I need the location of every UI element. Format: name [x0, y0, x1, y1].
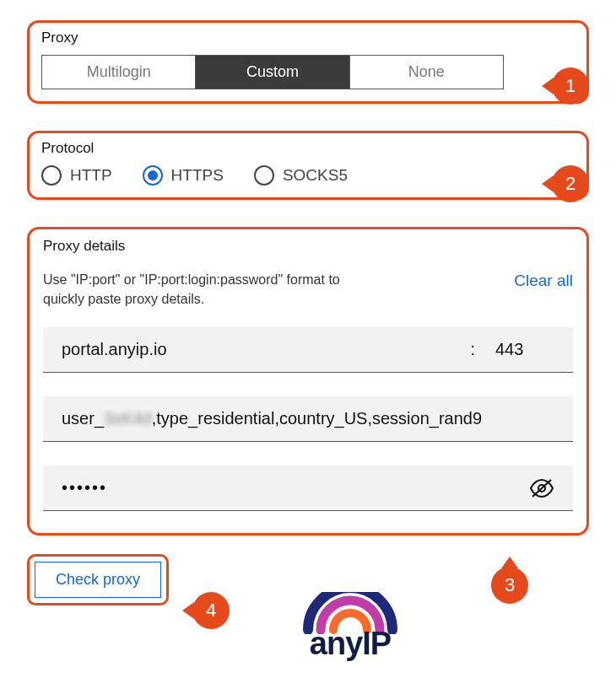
protocol-radio-http[interactable]: HTTP [41, 165, 112, 186]
protocol-option-label: HTTPS [171, 166, 224, 185]
radio-icon [143, 165, 163, 186]
host-value: portal.anyip.io [62, 340, 450, 359]
port-value: 443 [495, 340, 554, 359]
annotation-badge-1: 1 [552, 67, 589, 105]
username-suffix: ,type_residential,country_US,session_ran… [152, 409, 482, 428]
proxy-segmented-control: Multilogin Custom None [41, 55, 504, 89]
protocol-radio-socks5[interactable]: SOCKS5 [254, 165, 348, 186]
anyip-logo: anyIP [291, 592, 409, 662]
check-proxy-button[interactable]: Check proxy [35, 562, 161, 598]
password-field[interactable]: •••••• [43, 465, 573, 511]
clear-all-link[interactable]: Clear all [514, 270, 573, 290]
proxy-details-label: Proxy details [43, 238, 573, 255]
proxy-details-section: Proxy details Use "IP:port" or "IP:port:… [27, 227, 589, 535]
proxy-details-helper: Use "IP:port" or "IP:port:login:password… [43, 270, 376, 309]
protocol-option-label: HTTP [70, 166, 112, 185]
annotation-badge-3: 3 [491, 567, 528, 604]
username-censored: 3xK4d [104, 409, 152, 428]
proxy-tab-multilogin[interactable]: Multilogin [42, 56, 195, 89]
protocol-section: Protocol HTTP HTTPS SOCKS5 [27, 131, 589, 200]
check-proxy-wrapper: Check proxy [27, 554, 169, 605]
protocol-radio-https[interactable]: HTTPS [143, 165, 224, 186]
radio-icon [254, 165, 274, 186]
proxy-tab-none[interactable]: None [349, 56, 503, 89]
protocol-radio-group: HTTP HTTPS SOCKS5 [41, 165, 575, 186]
anyip-logo-text: anyIP [310, 626, 391, 662]
radio-icon [41, 165, 62, 186]
protocol-option-label: SOCKS5 [283, 166, 348, 185]
proxy-label: Proxy [41, 30, 575, 46]
host-port-separator: : [450, 340, 495, 359]
eye-off-icon[interactable] [529, 478, 554, 498]
password-masked-value: •••••• [62, 478, 107, 498]
username-value: user_3xK4d,type_residential,country_US,s… [62, 409, 554, 428]
username-field[interactable]: user_3xK4d,type_residential,country_US,s… [43, 396, 573, 442]
host-port-field[interactable]: portal.anyip.io : 443 [43, 327, 573, 373]
proxy-section: Proxy Multilogin Custom None [27, 20, 589, 104]
annotation-badge-4: 4 [192, 592, 230, 629]
annotation-badge-2: 2 [552, 165, 589, 202]
protocol-label: Protocol [41, 140, 575, 157]
username-prefix: user_ [62, 409, 104, 428]
proxy-tab-custom[interactable]: Custom [195, 56, 349, 89]
